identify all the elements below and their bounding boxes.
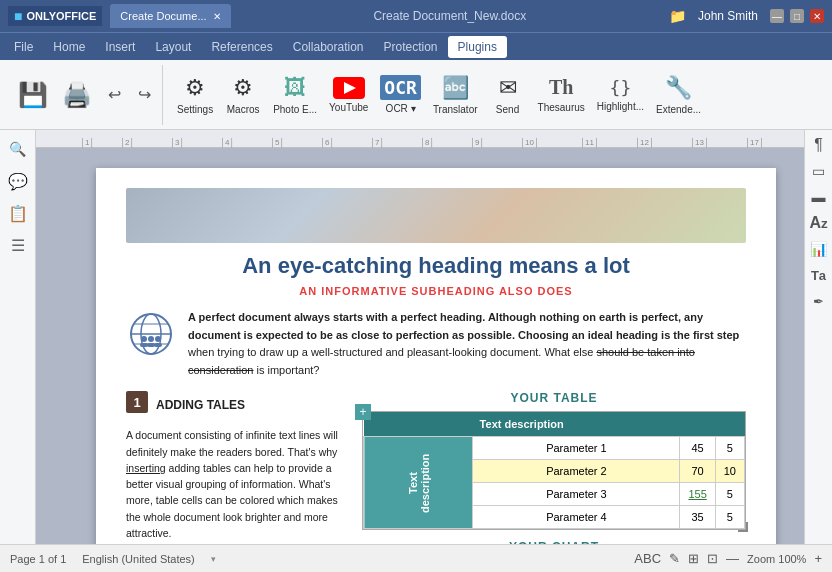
paragraph-mark-icon[interactable]: ¶ (808, 134, 830, 156)
signature-icon[interactable]: ✒ (808, 290, 830, 312)
chart-icon[interactable]: 📊 (808, 238, 830, 260)
title-bar-left: ■ ONLYOFFICE Create Docume... ✕ (8, 4, 231, 28)
table-add-icon[interactable]: + (355, 404, 371, 420)
table-cell-val2-1: 70 (680, 460, 715, 483)
sidebar-icon-search[interactable]: 🔍 (3, 134, 33, 164)
table-title: YOUR TABLE (362, 391, 746, 405)
send-label: Send (496, 104, 519, 115)
save-icon: 💾 (18, 81, 48, 109)
table-cell-param3: Parameter 3 (473, 483, 680, 506)
page-layout-icon[interactable]: ▭ (808, 160, 830, 182)
print-button[interactable]: 🖨️ (56, 67, 98, 123)
send-button[interactable]: ✉ Send (484, 67, 532, 123)
table-row: Textdescription Parameter 1 45 5 (364, 437, 745, 460)
app-logo: ■ ONLYOFFICE (8, 6, 102, 26)
right-panel: ¶ ▭ ▬ Az 📊 Tа ✒ (804, 130, 832, 544)
minimize-button[interactable]: — (770, 9, 784, 23)
language-arrow: ▾ (211, 554, 216, 564)
table-cell-param1: Parameter 1 (473, 437, 680, 460)
table-header: Text description (364, 412, 680, 437)
thesaurus-icon: Th (549, 76, 573, 99)
table-cell-val3-2: 5 (715, 483, 744, 506)
tab-close-icon[interactable]: ✕ (213, 11, 221, 22)
window-controls: — □ ✕ (770, 9, 824, 23)
view-mode-icon[interactable]: ⊞ (688, 551, 699, 566)
translator-icon: 🔤 (442, 75, 469, 101)
sidebar-icon-comments[interactable]: 💬 (3, 166, 33, 196)
table-cell-val1-2: 5 (715, 437, 744, 460)
macros-icon: ⚙ (233, 75, 253, 101)
ocr-icon: OCR (380, 75, 421, 100)
menu-protection[interactable]: Protection (374, 36, 448, 58)
translator-button[interactable]: 🔤 Translator (427, 67, 484, 123)
text-format-icon[interactable]: Az (808, 212, 830, 234)
settings-icon: ⚙ (185, 75, 205, 101)
youtube-button[interactable]: YouTube (323, 67, 374, 123)
menu-references[interactable]: References (201, 36, 282, 58)
left-sidebar: 🔍 💬 📋 ☰ (0, 130, 36, 544)
menu-bar: File Home Insert Layout References Colla… (0, 32, 832, 60)
maximize-button[interactable]: □ (790, 9, 804, 23)
side-panel-icon[interactable]: ▬ (808, 186, 830, 208)
row-side-header: Textdescription (364, 437, 473, 529)
spell-check-icon[interactable]: ABC (634, 551, 661, 566)
menu-plugins[interactable]: Plugins (448, 36, 507, 58)
menu-file[interactable]: File (4, 36, 43, 58)
photo-editor-button[interactable]: 🖼 Photo E... (267, 67, 323, 123)
status-left: Page 1 of 1 English (United States) ▾ (10, 553, 216, 565)
table-resize-handle[interactable] (738, 522, 748, 532)
section-heading: 1 ADDING TALES (126, 391, 346, 419)
document-area[interactable]: │1│ │2│ │3│ │4│ │5│ │6│ │7│ │8│ │9│ │10│… (36, 130, 804, 544)
macros-button[interactable]: ⚙ Macros (219, 67, 267, 123)
highlight-label: Highlight... (597, 101, 644, 112)
menu-collaboration[interactable]: Collaboration (283, 36, 374, 58)
document-tab[interactable]: Create Docume... ✕ (110, 4, 230, 28)
highlight-button[interactable]: {} Highlight... (591, 67, 650, 123)
sidebar-icon-navigate[interactable]: 📋 (3, 198, 33, 228)
zoom-out-icon[interactable]: — (726, 551, 739, 566)
table-cell-param4: Parameter 4 (473, 506, 680, 529)
track-changes-icon[interactable]: ✎ (669, 551, 680, 566)
print-icon: 🖨️ (62, 81, 92, 109)
redo-button[interactable]: ↪ (130, 67, 158, 123)
globe-icon (126, 309, 176, 379)
section-body-text: A document consisting of infinite text l… (126, 427, 346, 541)
redo-icon: ↪ (138, 85, 151, 104)
font-size-icon[interactable]: Tа (808, 264, 830, 286)
zoom-in-icon[interactable]: + (814, 551, 822, 566)
language-indicator[interactable]: English (United States) (82, 553, 195, 565)
youtube-play-triangle (344, 82, 356, 94)
table-cell-val2-2: 10 (715, 460, 744, 483)
document-subtitle: AN INFORMATIVE SUBHEADING ALSO DOES (126, 285, 746, 297)
menu-layout[interactable]: Layout (145, 36, 201, 58)
quick-access-group: 💾 🖨️ ↩ ↪ (8, 65, 163, 125)
undo-button[interactable]: ↩ (100, 67, 128, 123)
ruler-horizontal: │1│ │2│ │3│ │4│ │5│ │6│ │7│ │8│ │9│ │10│… (36, 130, 804, 148)
ocr-button[interactable]: OCR OCR ▾ (374, 67, 427, 123)
highlight-icon: {} (610, 77, 632, 98)
send-icon: ✉ (499, 75, 517, 101)
folder-icon[interactable]: 📁 (669, 8, 686, 24)
sidebar-icon-list[interactable]: ☰ (3, 230, 33, 260)
document-page: An eye-catching heading means a lot AN I… (96, 168, 776, 544)
fit-page-icon[interactable]: ⊡ (707, 551, 718, 566)
extended-icon: 🔧 (665, 75, 692, 101)
photo-editor-icon: 🖼 (284, 75, 306, 101)
plugin-toolbar: 💾 🖨️ ↩ ↪ ⚙ Settings ⚙ Macros 🖼 Photo E..… (0, 60, 832, 130)
menu-home[interactable]: Home (43, 36, 95, 58)
user-name: John Smith (698, 9, 758, 23)
translator-label: Translator (433, 104, 478, 115)
youtube-icon (333, 77, 365, 99)
svg-rect-8 (140, 343, 148, 347)
table-cell-param2: Parameter 2 (473, 460, 680, 483)
column-right: YOUR TABLE + Text description (362, 391, 746, 544)
extended-button[interactable]: 🔧 Extende... (650, 67, 707, 123)
document-header-image (126, 188, 746, 243)
title-bar: ■ ONLYOFFICE Create Docume... ✕ Create D… (0, 0, 832, 32)
settings-button[interactable]: ⚙ Settings (171, 67, 219, 123)
thesaurus-button[interactable]: Th Thesaurus (532, 67, 591, 123)
menu-insert[interactable]: Insert (95, 36, 145, 58)
ocr-label: OCR ▾ (386, 103, 416, 114)
close-button[interactable]: ✕ (810, 9, 824, 23)
save-button[interactable]: 💾 (12, 67, 54, 123)
